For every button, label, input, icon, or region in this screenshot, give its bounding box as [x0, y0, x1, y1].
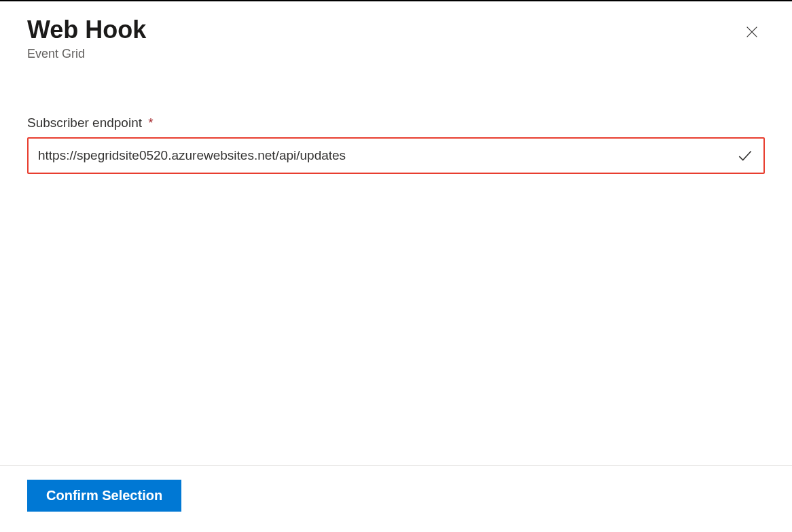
header-text-group: Web Hook Event Grid: [27, 15, 146, 61]
panel-footer: Confirm Selection: [0, 465, 792, 532]
panel-header: Web Hook Event Grid: [27, 15, 765, 61]
close-icon: [744, 24, 759, 41]
endpoint-label: Subscriber endpoint *: [27, 116, 765, 130]
close-button[interactable]: [739, 19, 765, 47]
checkmark-icon: [736, 147, 754, 164]
endpoint-input-wrapper: [27, 137, 765, 174]
subscriber-endpoint-input[interactable]: [38, 148, 730, 163]
webhook-panel: Web Hook Event Grid Subscriber endpoint …: [0, 1, 792, 532]
panel-subtitle: Event Grid: [27, 47, 146, 61]
confirm-selection-button[interactable]: Confirm Selection: [27, 480, 181, 512]
endpoint-label-text: Subscriber endpoint: [27, 116, 142, 130]
panel-title: Web Hook: [27, 15, 146, 44]
required-indicator: *: [148, 116, 153, 130]
form-area: Subscriber endpoint *: [27, 116, 765, 174]
